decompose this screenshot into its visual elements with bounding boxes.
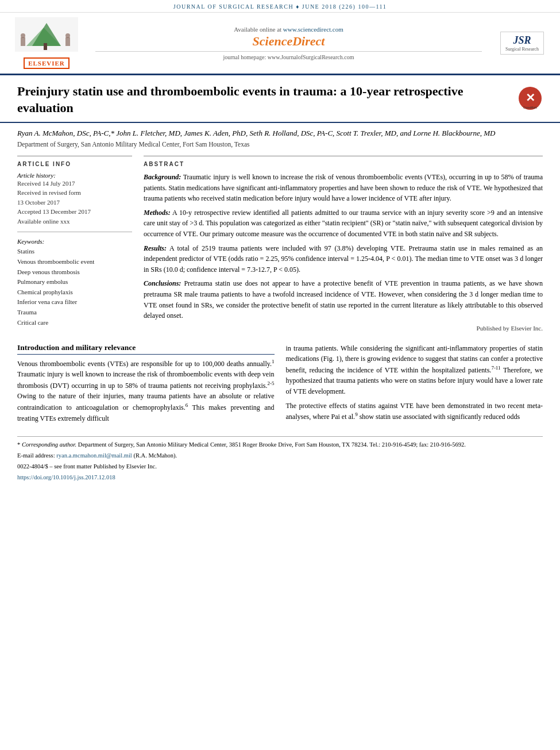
corresponding-text: Department of Surgery, San Antonio Milit… bbox=[78, 441, 466, 448]
keyword-trauma: Trauma bbox=[17, 307, 132, 318]
keyword-dvt: Deep venous thrombosis bbox=[17, 267, 132, 278]
ref-2-5: 2-5 bbox=[268, 380, 275, 386]
elsevier-label: ELSEVIER bbox=[24, 57, 69, 69]
intro-para-1: Venous thromboembolic events (VTEs) are … bbox=[17, 358, 275, 424]
article-title: Preinjury statin use and thromboembolic … bbox=[17, 83, 488, 116]
header-logo-area: ELSEVIER bbox=[9, 17, 84, 69]
keywords-list: Statins Venous thromboembolic event Deep… bbox=[17, 247, 132, 328]
journal-header-bar: JOURNAL OF SURGICAL RESEARCH ♦ JUNE 2018… bbox=[0, 0, 560, 13]
corresponding-label: * Corresponding author. bbox=[17, 441, 76, 448]
abstract-label: ABSTRACT bbox=[144, 161, 543, 167]
abstract-col: ABSTRACT Background: Traumatic injury is… bbox=[144, 156, 543, 332]
intro-para-3: The protective effects of statins agains… bbox=[286, 401, 543, 422]
jsr-logo: JSR Surgical Research bbox=[500, 32, 544, 55]
ref-7-11: 7-11 bbox=[491, 365, 500, 371]
keyword-cp: Chemical prophylaxis bbox=[17, 287, 132, 298]
history-label: Article history: bbox=[17, 172, 132, 179]
elsevier-tree-image bbox=[15, 17, 78, 52]
body-section: Introduction and military relevance Veno… bbox=[0, 337, 560, 433]
keyword-statins: Statins bbox=[17, 247, 132, 257]
intro-left-col: Introduction and military relevance Veno… bbox=[17, 343, 275, 428]
svg-rect-4 bbox=[21, 37, 25, 46]
abstract-results: Results: A total of 2519 trauma patients… bbox=[144, 243, 543, 275]
header-right-area: JSR Surgical Research bbox=[493, 17, 551, 69]
abstract-conclusions: Conclusions: Pretrauma statin use does n… bbox=[144, 278, 543, 321]
article-history-block: Article history: Received 14 July 2017 R… bbox=[17, 172, 132, 226]
footnote-doi: https://doi.org/10.1016/j.jss.2017.12.01… bbox=[17, 473, 543, 483]
journal-homepage-text: journal homepage: www.JournalofSurgicalR… bbox=[95, 51, 482, 60]
svg-rect-3 bbox=[44, 43, 47, 50]
revised-label: Received in revised form bbox=[17, 188, 132, 198]
footnotes-section: * Corresponding author. Department of Su… bbox=[17, 436, 543, 482]
authors-section: Ryan A. McMahon, DSc, PA-C,* John L. Fle… bbox=[0, 123, 560, 150]
journal-header: ELSEVIER Available online at www.science… bbox=[0, 13, 560, 75]
ref-1: 1 bbox=[272, 359, 275, 364]
intro-para-2: in trauma patients. While considering th… bbox=[286, 343, 543, 397]
article-title-section: Preinjury statin use and thromboembolic … bbox=[0, 75, 560, 123]
svg-text:CrossMark: CrossMark bbox=[523, 106, 538, 109]
info-divider bbox=[17, 232, 132, 232]
header-center-area: Available online at www.sciencedirect.co… bbox=[84, 17, 493, 69]
intro-heading: Introduction and military relevance bbox=[17, 343, 275, 355]
accepted-date: Accepted 13 December 2017 bbox=[17, 207, 132, 217]
footnote-issn: 0022-4804/$ – see front matter Published… bbox=[17, 462, 543, 472]
received-date: Received 14 July 2017 bbox=[17, 179, 132, 189]
keyword-vte: Venous thromboembolic event bbox=[17, 257, 132, 267]
article-info-col: ARTICLE INFO Article history: Received 1… bbox=[17, 156, 132, 332]
keyword-cc: Critical care bbox=[17, 318, 132, 328]
affiliation-text: Department of Surgery, San Antonio Milit… bbox=[17, 141, 543, 148]
svg-point-5 bbox=[21, 33, 25, 38]
available-online-text: Available online at www.sciencedirect.co… bbox=[234, 26, 343, 33]
crossmark-icon: ✕ CrossMark bbox=[517, 86, 543, 111]
ref-6: 6 bbox=[186, 402, 188, 408]
article-info-label: ARTICLE INFO bbox=[17, 161, 132, 167]
ref-9: 9 bbox=[355, 411, 358, 417]
sciencedirect-brand: ScienceDirect bbox=[253, 34, 325, 49]
keyword-pe: Pulmonary embolus bbox=[17, 277, 132, 287]
sciencedirect-url[interactable]: www.sciencedirect.com bbox=[283, 26, 343, 33]
authors-line: Ryan A. McMahon, DSc, PA-C,* John L. Fle… bbox=[17, 128, 543, 140]
footnote-corresponding: * Corresponding author. Department of Su… bbox=[17, 440, 543, 450]
revised-date: 13 October 2017 bbox=[17, 198, 132, 207]
footnote-email: E-mail address: ryan.a.mcmahon.mil@mail.… bbox=[17, 451, 543, 461]
article-info-abstract: ARTICLE INFO Article history: Received 1… bbox=[0, 150, 560, 337]
journal-header-text: JOURNAL OF SURGICAL RESEARCH ♦ JUNE 2018… bbox=[173, 3, 387, 10]
svg-point-7 bbox=[65, 33, 70, 38]
abstract-methods: Methods: A 10-y retrospective review ide… bbox=[144, 207, 543, 240]
intro-right-col: in trauma patients. While considering th… bbox=[286, 343, 543, 428]
available-online: Available online xxx bbox=[17, 217, 132, 226]
keyword-ivc: Inferior vena cava filter bbox=[17, 297, 132, 307]
author-email-link[interactable]: ryan.a.mcmahon.mil@mail.mil bbox=[56, 452, 132, 459]
svg-text:✕: ✕ bbox=[526, 91, 535, 104]
doi-link[interactable]: https://doi.org/10.1016/j.jss.2017.12.01… bbox=[17, 474, 115, 480]
abstract-background: Background: Traumatic injury is well kno… bbox=[144, 172, 543, 204]
published-by: Published by Elsevier Inc. bbox=[144, 325, 543, 332]
svg-rect-6 bbox=[65, 37, 70, 46]
keywords-label: Keywords: bbox=[17, 238, 132, 245]
